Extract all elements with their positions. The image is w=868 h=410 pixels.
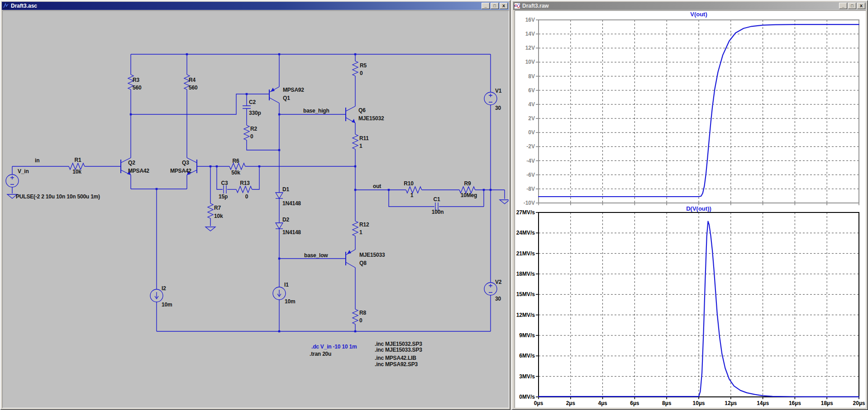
x-tick-label: 0µs xyxy=(534,400,544,406)
schematic-label: C2 xyxy=(249,99,256,105)
trace-D(V(out))[interactable] xyxy=(539,221,859,397)
schematic-label: MPSA42 xyxy=(128,168,149,174)
schematic-label: 10k xyxy=(214,213,223,219)
spice-directive[interactable]: .inc MPSA42.LIB xyxy=(375,355,416,361)
plot-title[interactable]: V(out) xyxy=(690,11,707,18)
schematic-label: MJE15033 xyxy=(359,252,385,258)
schematic-label: R8 xyxy=(359,310,366,316)
y-tick-label: 4V xyxy=(528,101,535,108)
close-button[interactable]: X xyxy=(857,3,865,9)
schematic-label: R2 xyxy=(250,126,257,132)
component-symbols xyxy=(6,61,509,324)
y-tick-label: 6V xyxy=(528,87,535,94)
y-tick-label: 21MV/s xyxy=(516,250,535,257)
schematic-canvas[interactable]: inV_inPULSE(-2 2 10u 10n 10n 500u 1m)R11… xyxy=(3,11,509,408)
resistor-symbol xyxy=(353,309,358,324)
schematic-label: V1 xyxy=(495,88,502,94)
y-tick-label: 15MV/s xyxy=(516,291,535,297)
schematic-titlebar[interactable]: Draft3.asc _ □ X xyxy=(2,2,509,10)
y-tick-label: 16V xyxy=(525,17,535,23)
spice-directive[interactable]: .inc MJE15033.SP3 xyxy=(375,347,422,353)
window-title: Draft3.asc xyxy=(11,3,37,9)
spice-directive[interactable]: .inc MJE15032.SP3 xyxy=(375,341,422,347)
resistor-symbol xyxy=(353,134,358,149)
schematic-label: 30 xyxy=(495,296,501,302)
schematic-label: MPSA42 xyxy=(170,168,191,174)
schematic-label: Q6 xyxy=(358,107,366,113)
resistor-symbol xyxy=(208,203,213,218)
schematic-label: Q1 xyxy=(283,95,290,101)
schematic-label: 0 xyxy=(359,317,362,324)
schematic-label: 1N4148 xyxy=(282,200,301,207)
x-tick-label: 18µs xyxy=(821,400,833,406)
schematic-label: 50k xyxy=(231,170,240,176)
schematic-label: 560 xyxy=(133,85,142,91)
schematic-label: in xyxy=(35,157,39,164)
schematic-label: 560 xyxy=(189,85,198,91)
pane-vout[interactable]: 16V14V12V10V8V6V4V2V0V-2V-4V-6V-8V-10VV(… xyxy=(524,11,859,206)
spice-directive[interactable]: .tran 20u xyxy=(310,351,331,357)
window-title: Draft3.raw xyxy=(522,3,549,9)
schematic-label: 1 xyxy=(410,192,414,198)
schematic-labels: inV_inPULSE(-2 2 10u 10n 10n 500u 1m)R11… xyxy=(16,62,502,368)
schematic-label: R4 xyxy=(189,77,196,83)
transistor-symbol xyxy=(269,87,279,92)
schematic-label: R7 xyxy=(214,205,221,211)
x-tick-label: 10µs xyxy=(693,400,705,406)
waveform-window: Draft3.raw _ □ X 16V14V12V10V8V6V4V2V0V-… xyxy=(511,0,868,410)
plot-title[interactable]: D(V(out)) xyxy=(686,205,711,212)
minimize-button[interactable]: _ xyxy=(482,3,490,9)
y-tick-label: 27MV/s xyxy=(516,209,535,216)
schematic-label: R10 xyxy=(404,180,414,187)
resistor-symbol xyxy=(406,187,422,193)
y-tick-label: 9MV/s xyxy=(519,332,535,339)
schematic-label: R9 xyxy=(464,180,471,187)
schematic-label: 10m xyxy=(285,298,295,305)
schematic-label: 10m xyxy=(162,302,172,308)
y-tick-label: -10V xyxy=(524,200,535,206)
schematic-label: V2 xyxy=(495,279,502,285)
schematic-label: R6 xyxy=(233,158,239,164)
diode-symbol xyxy=(276,223,283,229)
x-tick-label: 8µs xyxy=(662,400,672,406)
schematic-label: 0 xyxy=(360,70,363,76)
diode-symbol xyxy=(276,193,283,198)
resistor-symbol xyxy=(236,186,252,193)
schematic-client: inV_inPULSE(-2 2 10u 10n 10n 500u 1m)R11… xyxy=(2,10,509,408)
y-tick-label: 24MV/s xyxy=(516,230,535,236)
schematic-label: D2 xyxy=(282,217,289,223)
waveform-canvas[interactable]: 16V14V12V10V8V6V4V2V0V-2V-4V-6V-8V-10VV(… xyxy=(515,11,866,408)
schematic-label: 100n xyxy=(432,209,444,215)
y-tick-label: 6MV/s xyxy=(519,353,535,359)
minimize-button[interactable]: _ xyxy=(839,3,847,9)
schematic-label: C3 xyxy=(221,180,228,186)
x-tick-label: 6µs xyxy=(630,400,639,406)
y-tick-label: 12MV/s xyxy=(516,312,535,318)
schematic-label: MJE15032 xyxy=(358,115,384,122)
capacitor-symbol xyxy=(243,106,251,108)
schematic-label: base_low xyxy=(304,252,328,259)
resistor-symbol xyxy=(229,163,245,170)
schematic-label: 0 xyxy=(250,133,253,140)
schematic-label: out xyxy=(373,183,381,189)
y-tick-label: 10V xyxy=(525,59,535,65)
junction-dots xyxy=(130,53,491,332)
schematic-label: base_high xyxy=(303,108,329,114)
y-tick-label: 3MV/s xyxy=(519,373,535,380)
waveform-titlebar[interactable]: Draft3.raw _ □ X xyxy=(513,2,866,10)
schematic-label: 1 xyxy=(359,229,362,236)
ltspice-schematic-icon xyxy=(3,3,9,9)
schematic-label: R1 xyxy=(75,157,81,163)
maximize-button[interactable]: □ xyxy=(491,3,499,9)
close-button[interactable]: X xyxy=(500,3,508,9)
pane-dvout[interactable]: 27MV/s24MV/s21MV/s18MV/s15MV/s12MV/s9MV/… xyxy=(516,205,865,406)
schematic-label: Q8 xyxy=(359,260,367,266)
transistor-symbol xyxy=(269,98,279,103)
maximize-button[interactable]: □ xyxy=(848,3,856,9)
schematic-label: 330p xyxy=(249,110,261,116)
spice-directive[interactable]: .inc MPSA92.SP3 xyxy=(375,361,418,368)
y-tick-label: -4V xyxy=(526,158,535,164)
y-tick-label: -2V xyxy=(526,143,535,150)
spice-directive[interactable]: .dc V_in -10 10 1m xyxy=(311,344,357,350)
schematic-label: 10k xyxy=(72,169,81,175)
